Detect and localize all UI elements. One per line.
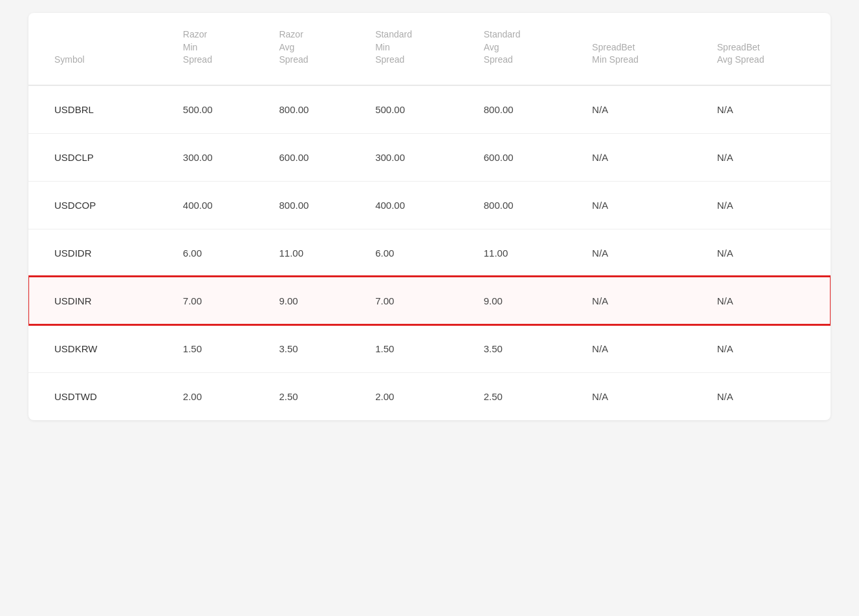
cell-spreadbet_min: N/A [579,133,704,181]
cell-standard_avg: 3.50 [471,324,580,372]
cell-standard_avg: 2.50 [471,372,580,420]
cell-razor_avg: 600.00 [266,133,362,181]
cell-spreadbet_min: N/A [579,181,704,229]
cell-razor_min: 500.00 [170,85,266,134]
cell-standard_min: 7.00 [362,277,471,324]
cell-standard_min: 1.50 [362,324,471,372]
cell-standard_avg: 800.00 [471,181,580,229]
column-header-standard_min: StandardMinSpread [362,13,471,85]
cell-razor_avg: 800.00 [266,85,362,134]
cell-spreadbet_min: N/A [579,85,704,134]
table-header-row: SymbolRazorMinSpreadRazorAvgSpreadStanda… [28,13,831,85]
cell-spreadbet_avg: N/A [704,324,831,372]
cell-standard_min: 400.00 [362,181,471,229]
cell-symbol: USDTWD [28,372,170,420]
cell-spreadbet_avg: N/A [704,181,831,229]
cell-spreadbet_avg: N/A [704,133,831,181]
cell-spreadbet_avg: N/A [704,229,831,277]
cell-standard_min: 2.00 [362,372,471,420]
table-row: USDBRL500.00800.00500.00800.00N/AN/A [28,85,831,134]
table-row: USDCOP400.00800.00400.00800.00N/AN/A [28,181,831,229]
cell-razor_min: 2.00 [170,372,266,420]
cell-razor_avg: 800.00 [266,181,362,229]
table-row: USDIDR6.0011.006.0011.00N/AN/A [28,229,831,277]
cell-razor_avg: 3.50 [266,324,362,372]
cell-spreadbet_min: N/A [579,277,704,324]
cell-spreadbet_min: N/A [579,324,704,372]
cell-razor_avg: 2.50 [266,372,362,420]
cell-razor_min: 6.00 [170,229,266,277]
cell-standard_min: 6.00 [362,229,471,277]
cell-spreadbet_min: N/A [579,372,704,420]
cell-standard_avg: 11.00 [471,229,580,277]
cell-spreadbet_min: N/A [579,229,704,277]
cell-symbol: USDKRW [28,324,170,372]
column-header-symbol: Symbol [28,13,170,85]
cell-standard_avg: 9.00 [471,277,580,324]
cell-symbol: USDINR [28,277,170,324]
table-row: USDCLP300.00600.00300.00600.00N/AN/A [28,133,831,181]
cell-spreadbet_avg: N/A [704,85,831,134]
cell-symbol: USDBRL [28,85,170,134]
cell-standard_avg: 800.00 [471,85,580,134]
column-header-standard_avg: StandardAvgSpread [471,13,580,85]
cell-standard_min: 500.00 [362,85,471,134]
table-row: USDTWD2.002.502.002.50N/AN/A [28,372,831,420]
column-header-spreadbet_min: SpreadBetMin Spread [579,13,704,85]
cell-razor_avg: 9.00 [266,277,362,324]
cell-razor_avg: 11.00 [266,229,362,277]
column-header-spreadbet_avg: SpreadBetAvg Spread [704,13,831,85]
column-header-razor_avg: RazorAvgSpread [266,13,362,85]
cell-razor_min: 1.50 [170,324,266,372]
cell-razor_min: 300.00 [170,133,266,181]
cell-symbol: USDCLP [28,133,170,181]
cell-spreadbet_avg: N/A [704,372,831,420]
cell-symbol: USDCOP [28,181,170,229]
cell-standard_min: 300.00 [362,133,471,181]
cell-razor_min: 7.00 [170,277,266,324]
table-row: USDKRW1.503.501.503.50N/AN/A [28,324,831,372]
column-header-razor_min: RazorMinSpread [170,13,266,85]
cell-standard_avg: 600.00 [471,133,580,181]
cell-symbol: USDIDR [28,229,170,277]
spread-table-container: SymbolRazorMinSpreadRazorAvgSpreadStanda… [28,13,831,420]
cell-razor_min: 400.00 [170,181,266,229]
table-row: USDINR7.009.007.009.00N/AN/A [28,277,831,324]
spread-table: SymbolRazorMinSpreadRazorAvgSpreadStanda… [28,13,831,420]
cell-spreadbet_avg: N/A [704,277,831,324]
